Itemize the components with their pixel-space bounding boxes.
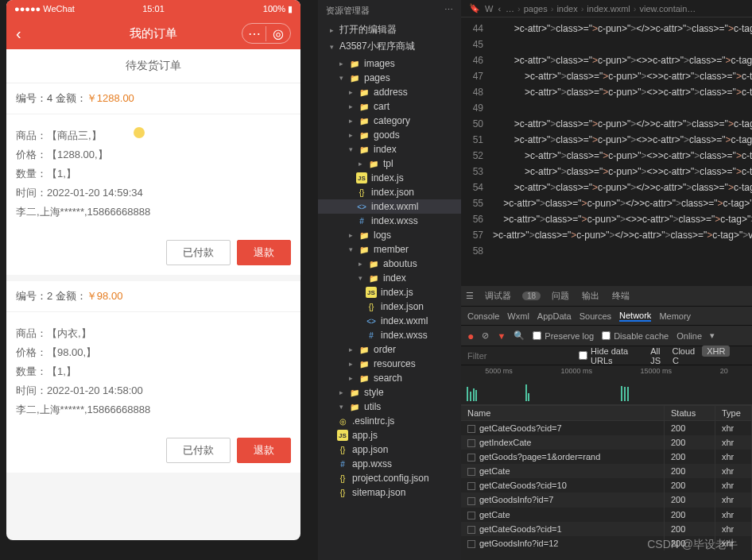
network-row[interactable]: getCate 200 xhr [461,464,752,478]
code-body[interactable]: >c-attr>">class>=">c-pun>"></>>c-attr>">… [493,17,752,259]
crumb[interactable]: view.contain… [639,4,696,14]
network-row[interactable]: getGoods?page=1&order=rand 200 xhr [461,450,752,464]
tree-item-app.js[interactable]: JS app.js [318,428,461,442]
breadcrumb[interactable]: 🔖 W‹ … › pages › index › index.wxml › vi… [461,0,752,17]
refund-button[interactable]: 退款 [237,240,291,265]
crumb[interactable]: pages [524,4,548,14]
inspect-icon[interactable]: ☰ [466,291,474,301]
tab-problems[interactable]: 问题 [550,290,571,302]
capsule[interactable]: ⋯ ◎ [242,23,291,44]
crumb[interactable]: index [556,4,577,14]
chip-XHR[interactable]: XHR [702,346,730,357]
tree-item-search[interactable]: ▸📁 search [318,371,461,385]
tree-item-index.wxss[interactable]: # index.wxss [318,328,461,342]
tree-item-aboutus[interactable]: ▸📁 aboutus [318,257,461,271]
paid-button[interactable]: 已付款 [166,240,231,265]
target-icon[interactable]: ◎ [266,26,290,41]
open-editors-section[interactable]: ▸打开的编辑器 [318,21,461,38]
tree-item-order[interactable]: ▸📁 order [318,342,461,357]
filter-icon[interactable]: ▼ [497,331,506,341]
network-row[interactable]: getCateGoods?cid=1 200 xhr [461,522,752,536]
badge-count: 18 [522,292,541,300]
network-row[interactable]: getGoodsInfo?id=7 200 xhr [461,492,752,507]
throttling-select[interactable]: Online [676,331,702,341]
tree-item-index.wxml[interactable]: <> index.wxml [318,199,461,214]
tree-label: images [364,58,395,69]
tree-item-app.json[interactable]: {} app.json [318,442,461,457]
network-row[interactable]: getCateGoods?cid=10 200 xhr [461,478,752,492]
record-icon[interactable]: ● [467,330,474,342]
chevron-down-icon[interactable]: ▾ [710,330,715,341]
tree-item-index.json[interactable]: {} index.json [318,185,461,199]
tree-item-address[interactable]: ▸📁 address [318,85,461,99]
tab-memory[interactable]: Memory [659,311,691,321]
tree-label: address [374,87,408,98]
order-header: 编号：4 金额：￥1288.00 [6,83,300,114]
tree-label: index [374,144,397,155]
chip-JS[interactable]: JS [645,355,665,366]
network-row[interactable]: getIndexCate 200 xhr [461,435,752,450]
project-root[interactable]: ▾A3587小程序商城 [318,38,461,55]
tree-item-images[interactable]: ▸📁 images [318,56,461,71]
disable-cache-check[interactable]: Disable cache [602,331,669,341]
tree-item-project.config.json[interactable]: {} project.config.json [318,471,461,485]
paid-button[interactable]: 已付款 [166,438,231,463]
tree-item-sitemap.json[interactable]: {} sitemap.json [318,485,461,500]
tab-sources[interactable]: Sources [580,311,611,321]
tree-item-index[interactable]: ▾📁 index [318,271,461,285]
clear-icon[interactable]: ⊘ [482,330,489,341]
order-card: 编号：4 金额：￥1288.00 商品：【商品三,】 价格：【1288.00,】… [6,83,300,275]
refund-button[interactable]: 退款 [237,438,291,463]
tree-item-category[interactable]: ▸📁 category [318,114,461,128]
tree-item-logs[interactable]: ▸📁 logs [318,228,461,242]
order-goods: 商品：【商品三,】 [16,129,291,143]
tree-item-goods[interactable]: ▸📁 goods [318,128,461,142]
explorer-header: 资源管理器⋯ [318,0,461,21]
bookmark-icon[interactable]: 🔖 [469,3,480,14]
search-icon[interactable]: 🔍 [514,330,525,341]
tab-output[interactable]: 输出 [580,290,601,302]
tree-item-index.js[interactable]: JS index.js [318,171,461,185]
tab-debugger[interactable]: 调试器 [483,290,513,302]
network-row[interactable]: getCate 200 xhr [461,508,752,522]
tree-item-member[interactable]: ▾📁 member [318,242,461,257]
order-price: 价格：【1288.00,】 [16,148,291,162]
chip-C[interactable]: C [668,355,684,366]
tree-item-tpl[interactable]: ▸📁 tpl [318,156,461,171]
tree-item-.eslintrc.js[interactable]: ◎ .eslintrc.js [318,414,461,428]
tab-wxml[interactable]: Wxml [507,311,529,321]
crumb[interactable]: index.wxml [587,4,630,14]
tree-label: pages [364,72,390,83]
tree-item-cart[interactable]: ▸📁 cart [318,99,461,114]
tab-console[interactable]: Console [467,311,499,321]
tree-item-index.wxml[interactable]: <> index.wxml [318,314,461,328]
tab-appdata[interactable]: AppData [537,311,572,321]
tree-item-style[interactable]: ▸📁 style [318,385,461,400]
hide-data-urls-check[interactable]: Hide data URLs [579,346,638,365]
tree-item-index.json[interactable]: {} index.json [318,299,461,314]
preserve-log-check[interactable]: Preserve log [533,331,594,341]
tree-item-index[interactable]: ▾📁 index [318,142,461,156]
tree-item-resources[interactable]: ▸📁 resources [318,357,461,371]
filter-input[interactable] [467,351,571,361]
tree-item-app.wxss[interactable]: # app.wxss [318,457,461,471]
tab-header[interactable]: 待发货订单 [6,49,300,83]
tree-label: goods [374,129,400,141]
tab-network[interactable]: Network [619,311,651,322]
tree-item-pages[interactable]: ▾📁 pages [318,71,461,85]
order-time: 时间：2022-01-20 14:58:00 [16,384,291,398]
tab-terminal[interactable]: 终端 [611,290,631,302]
status-bar: ●●●●● WeChat 15:01 100% ▮ [6,0,300,17]
tree-item-index.wxss[interactable]: # index.wxss [318,214,461,228]
tree-label: aboutus [383,258,417,269]
menu-icon[interactable]: ⋯ [242,26,266,41]
timeline[interactable]: 5000 ms10000 ms15000 ms20 [461,365,752,405]
devtools-tabs-primary: ☰ 调试器 18 问题 输出 终端 [461,286,752,307]
order-price: 价格：【98.00,】 [16,346,291,360]
tree-item-utils[interactable]: ▾📁 utils [318,400,461,414]
crumb[interactable]: … [506,4,514,14]
tree-item-index.js[interactable]: JS index.js [318,285,461,299]
network-row[interactable]: getCateGoods?cid=7 200 xhr [461,421,752,435]
network-row[interactable]: getGoodsInfo?id=12 200 xhr [461,536,752,550]
back-icon[interactable]: ‹ [16,25,21,43]
